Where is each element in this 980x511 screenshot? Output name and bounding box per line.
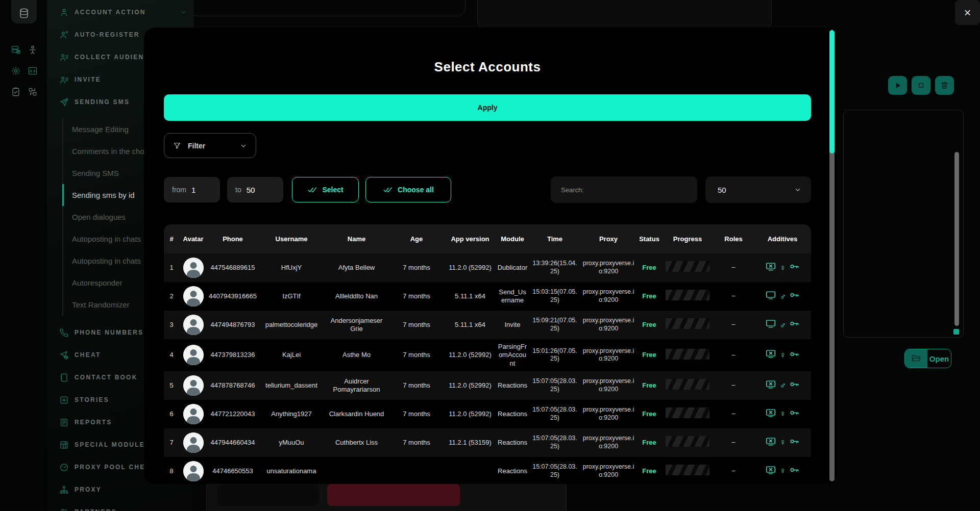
cell-roles: – — [713, 292, 754, 300]
key-icon — [789, 349, 800, 360]
sidebar-item-partners[interactable]: PARTNERS — [47, 501, 194, 511]
resize-handle[interactable] — [953, 329, 959, 335]
receipt-icon — [59, 418, 69, 427]
monitor-x-icon — [765, 379, 776, 392]
avatar — [183, 461, 204, 481]
rail-gear-icon[interactable] — [11, 66, 21, 76]
cell-phone: 44746650553 — [207, 467, 258, 475]
monitor-icon — [765, 290, 776, 301]
column-header-proxy: Proxy — [580, 235, 636, 243]
avatar — [183, 258, 204, 278]
rail-server-check-icon[interactable] — [11, 45, 21, 55]
stop-button[interactable] — [912, 76, 930, 95]
bottom-text-input[interactable] — [217, 484, 319, 506]
range-to-input[interactable]: to 50 — [227, 177, 283, 202]
monitor-x-icon — [765, 465, 776, 476]
table-row[interactable]: 2 4407943916665 IzGTIf Alllelddlto Nan 7… — [164, 282, 811, 311]
cell-proxy: proxy.proxyverse.io:9200 — [580, 260, 636, 275]
filter-dropdown[interactable]: Filter — [164, 133, 256, 158]
cell-name: Clarksardin Huend — [325, 410, 388, 418]
funnel-icon — [173, 141, 182, 150]
cell-age: 7 months — [388, 264, 445, 272]
funnel-icon — [173, 141, 182, 150]
cell-phone: 447878768746 — [207, 381, 258, 390]
additives-icons: ♂ — [755, 318, 810, 331]
cell-age: 7 months — [388, 439, 445, 447]
rail-database-button[interactable] — [11, 0, 37, 23]
progress-bar — [666, 407, 709, 418]
cell-time: 13:39:26(15.04.25) — [529, 260, 580, 275]
status-badge: Free — [636, 351, 662, 359]
column-header-module: Module — [496, 235, 529, 243]
cell-app-version: 11.2.0 (52992) — [445, 381, 496, 390]
choose-all-button-label: Choose all — [398, 186, 434, 194]
range-from-input[interactable]: from 1 — [164, 177, 220, 202]
cell-number: 7 — [164, 439, 179, 447]
cell-app-version: 11.2.0 (52992) — [445, 410, 496, 418]
cell-age: 7 months — [388, 321, 445, 329]
clipboard-check-icon — [11, 87, 21, 97]
close-icon[interactable]: × — [955, 0, 980, 25]
task-action-buttons — [888, 76, 954, 95]
modal-scrollbar-thumb[interactable] — [829, 30, 835, 154]
gauge-icon — [59, 463, 69, 472]
cell-name: Asthe Mo — [325, 351, 388, 359]
cell-phone: 4407943916665 — [207, 292, 258, 300]
database-icon — [18, 7, 30, 19]
delete-button[interactable] — [935, 76, 954, 95]
dcheck-icon — [307, 185, 317, 195]
select-button[interactable]: Select — [292, 177, 359, 202]
column-header-phone: Phone — [207, 235, 258, 243]
female-icon: ♀ — [779, 467, 786, 475]
rail-swap-icon[interactable] — [28, 87, 38, 97]
play-icon — [893, 81, 902, 90]
cell-number: 3 — [164, 321, 179, 329]
apply-button[interactable]: Apply — [164, 94, 811, 121]
status-badge: Free — [636, 410, 662, 418]
column-header-name: Name — [325, 235, 388, 243]
status-badge: Free — [636, 292, 662, 300]
table-row[interactable]: 3 447494876793 palmettocoleridge Anderso… — [164, 311, 811, 339]
chevron-icon — [794, 186, 802, 194]
table-row[interactable]: 1 447546889615 HfUxjY Afyta Bellew 7 mon… — [164, 253, 811, 282]
cell-module: Reactions — [496, 467, 529, 475]
play-button[interactable] — [888, 76, 907, 95]
avatar — [183, 375, 204, 396]
sidebar-item-account-action[interactable]: ACCOUNT ACTION — [47, 1, 194, 23]
key-icon — [789, 318, 800, 331]
open-button-label: Open — [927, 349, 951, 368]
rail-presenter-icon[interactable] — [28, 45, 38, 55]
table-row[interactable]: 4 447379813236 KajLei Asthe Mo 7 months … — [164, 339, 811, 371]
cell-app-version: 11.2.0 (52992) — [445, 351, 496, 359]
cell-number: 1 — [164, 264, 179, 272]
modal-title: Select Accounts — [164, 59, 811, 75]
cell-age: 7 months — [388, 410, 445, 418]
additives-icons: ♀ — [755, 436, 810, 449]
key-icon — [789, 318, 800, 329]
status-badge: Free — [636, 381, 662, 390]
log-panel-scrollbar[interactable] — [954, 152, 959, 326]
page-size-select[interactable]: 50 — [705, 176, 811, 203]
cell-username: IzGTIf — [258, 292, 325, 300]
table-row[interactable]: 6 447721220043 Anything1927 Clarksardin … — [164, 400, 811, 428]
status-badge: Free — [636, 467, 662, 475]
rail-clipboard-check-icon[interactable] — [11, 87, 21, 97]
bottom-danger-button[interactable] — [327, 484, 460, 506]
cell-app-version: 5.11.1 x64 — [445, 292, 496, 300]
rail-code-window-icon[interactable] — [28, 66, 38, 76]
column-header-time: Time — [529, 235, 580, 243]
open-button[interactable]: Open — [904, 349, 951, 368]
table-row[interactable]: 7 447944660434 yMuuOu Cuthbertx Liss 7 m… — [164, 428, 811, 457]
key-icon — [789, 261, 800, 274]
key-icon — [789, 407, 800, 420]
progress-bar — [666, 261, 709, 272]
table-row[interactable]: 5 447878768746 tellurium_dassent Auidrce… — [164, 371, 811, 400]
table-row[interactable]: 8 44746650553 unsaturationama Reactions … — [164, 457, 811, 484]
chevron-icon — [239, 142, 248, 150]
choose-all-button[interactable]: Choose all — [365, 177, 451, 202]
additives-icons: ♀ — [755, 407, 810, 421]
search-input[interactable] — [551, 176, 697, 203]
cell-module: Reactions — [496, 381, 529, 390]
cell-age: 7 months — [388, 381, 445, 390]
key-icon — [789, 436, 800, 447]
